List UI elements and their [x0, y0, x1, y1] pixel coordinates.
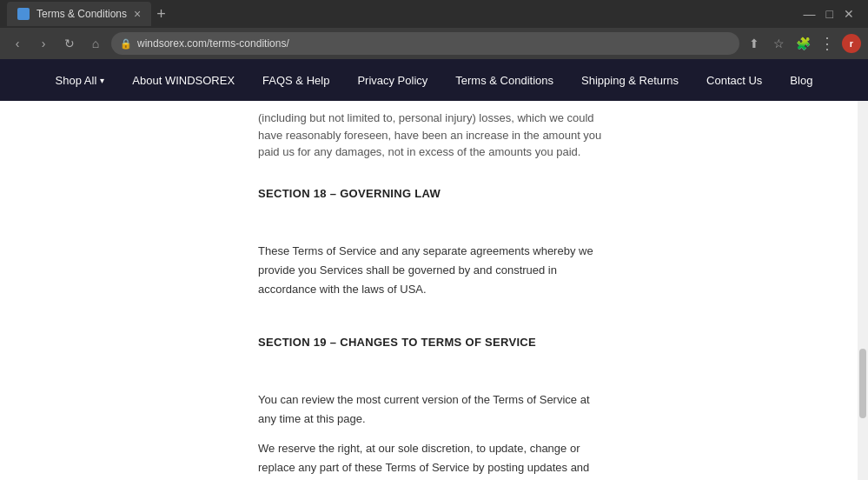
site-navigation: Shop All ▾ About WINDSOREX FAQS & Help P…: [0, 59, 868, 101]
bookmark-icon[interactable]: ☆: [769, 34, 788, 53]
tab-close-button[interactable]: ×: [134, 7, 141, 21]
browser-chrome: Terms & Conditions × + — □ ✕ ‹ › ↻ ⌂ 🔒 w…: [0, 0, 868, 59]
browser-action-buttons: ⬆ ☆ 🧩 ⋮ r: [745, 34, 861, 53]
window-close-button[interactable]: ✕: [844, 7, 854, 21]
address-bar[interactable]: 🔒 windsorex.com/terms-conditions/: [111, 32, 739, 55]
shop-all-chevron-icon: ▾: [100, 76, 104, 85]
tab-favicon: [17, 8, 30, 20]
nav-faqs[interactable]: FAQS & Help: [248, 59, 343, 101]
browser-tab-active[interactable]: Terms & Conditions ×: [7, 2, 151, 26]
section-18-body: These Terms of Service and any separate …: [258, 242, 610, 299]
nav-privacy-policy[interactable]: Privacy Policy: [343, 59, 441, 101]
extensions-icon[interactable]: 🧩: [793, 34, 812, 53]
refresh-button[interactable]: ↻: [59, 33, 80, 54]
nav-shipping-returns[interactable]: Shipping & Returns: [567, 59, 692, 101]
nav-contact-us[interactable]: Contact Us: [692, 59, 776, 101]
page-wrapper: (including but not limited to, personal …: [0, 101, 868, 480]
page-content: (including but not limited to, personal …: [0, 101, 868, 480]
profile-avatar[interactable]: r: [842, 34, 861, 53]
browser-menu-icon[interactable]: ⋮: [818, 34, 837, 53]
section-18-heading: SECTION 18 – GOVERNING LAW: [258, 187, 610, 200]
top-trailing-text: (including but not limited to, personal …: [0, 101, 868, 170]
back-button[interactable]: ‹: [7, 33, 28, 54]
url-display: windsorex.com/terms-conditions/: [137, 37, 289, 50]
home-button[interactable]: ⌂: [85, 33, 106, 54]
scrollbar-thumb[interactable]: [859, 349, 866, 418]
nav-about[interactable]: About WINDSOREX: [118, 59, 248, 101]
browser-tabs-bar: Terms & Conditions × + — □ ✕: [0, 0, 868, 28]
scrollbar[interactable]: [858, 101, 868, 480]
browser-controls: ‹ › ↻ ⌂ 🔒 windsorex.com/terms-conditions…: [0, 28, 868, 59]
section-19: SECTION 19 – CHANGES TO TERMS OF SERVICE…: [0, 318, 868, 480]
window-maximize-button[interactable]: □: [826, 7, 833, 21]
new-tab-button[interactable]: +: [156, 5, 166, 23]
section-19-heading: SECTION 19 – CHANGES TO TERMS OF SERVICE: [258, 336, 610, 349]
share-icon[interactable]: ⬆: [745, 34, 764, 53]
section-18: SECTION 18 – GOVERNING LAW These Terms o…: [0, 170, 868, 318]
nav-terms-conditions[interactable]: Terms & Conditions: [441, 59, 567, 101]
lock-icon: 🔒: [120, 38, 132, 50]
forward-button[interactable]: ›: [33, 33, 54, 54]
tab-title: Terms & Conditions: [36, 8, 127, 20]
section-19-body2: We reserve the right, at our sole discre…: [258, 439, 610, 480]
section-19-body1: You can review the most current version …: [258, 390, 610, 429]
nav-shop-all[interactable]: Shop All ▾: [42, 59, 119, 101]
window-minimize-button[interactable]: —: [804, 7, 816, 21]
nav-blog[interactable]: Blog: [776, 59, 826, 101]
